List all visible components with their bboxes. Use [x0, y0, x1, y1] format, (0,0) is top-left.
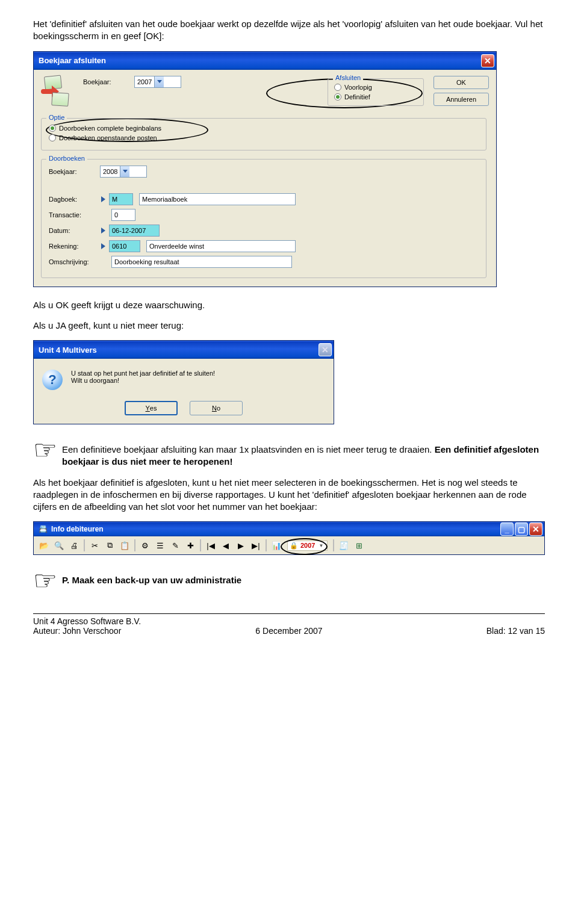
toolbar-binoculars-icon[interactable]: 🔍	[52, 539, 66, 552]
footer-author: Auteur: John Verschoor	[33, 626, 202, 636]
yes-button[interactable]: Yes	[125, 401, 178, 415]
label-datum: Datum:	[49, 227, 100, 234]
radio-voorlopig[interactable]: Voorlopig	[334, 84, 417, 91]
group-optie-legend: Optie	[46, 114, 67, 121]
close-icon[interactable]: ✕	[529, 522, 542, 536]
paragraph-rode-cijfers: Als het boekjaar definitief is afgeslote…	[33, 477, 545, 513]
radio-icon	[49, 134, 56, 141]
dialog-title: Boekjaar afsluiten	[39, 56, 106, 65]
toolbar-open-icon[interactable]: 📂	[37, 539, 51, 552]
pointing-hand-icon: ☞	[33, 567, 57, 594]
footer-rule	[33, 613, 545, 614]
radio-definitief[interactable]: Definitief	[334, 93, 417, 101]
toolbar-tool1-icon[interactable]: ⚙	[138, 539, 152, 552]
dialog-confirm: Unit 4 Multivers ✕ ? U staat op het punt…	[33, 340, 334, 424]
select-boekjaar-door[interactable]: 2008	[100, 166, 147, 178]
footer-date: 6 December 2007	[205, 626, 374, 636]
maximize-icon[interactable]: ▢	[515, 522, 528, 536]
triangle-right-icon[interactable]	[101, 228, 105, 234]
toolbar-tool3-icon[interactable]: ✎	[169, 539, 182, 552]
toolbar-print-icon[interactable]: 🖨	[67, 539, 81, 552]
input-rekening[interactable]: 0610	[109, 240, 140, 252]
paragraph-ja-terug: Als u JA geeft, kunt u niet meer terug:	[33, 320, 545, 332]
toolbar-copy-icon[interactable]: ⧉	[103, 539, 116, 552]
radio-voorlopig-label: Voorlopig	[344, 84, 372, 91]
toolbar-prev-icon[interactable]: ◀	[219, 539, 232, 552]
label-boekjaar2: Boekjaar:	[49, 168, 100, 175]
input-dagboek[interactable]: M	[109, 193, 133, 205]
close-icon[interactable]: ✕	[481, 54, 494, 67]
label-boekjaar: Boekjaar:	[83, 78, 134, 85]
yes-rest: es	[150, 405, 157, 412]
toolbar-next-icon[interactable]: ▶	[234, 539, 247, 552]
no-rest: o	[217, 405, 220, 412]
group-doorboeken-legend: Doorboeken	[46, 155, 87, 162]
toolbar-chart-icon[interactable]: 📊	[270, 539, 283, 552]
radio-doorboeken-openstaande[interactable]: Doorboeken openstaande posten	[49, 134, 479, 141]
paragraph-ok-waarschuwing: Als u OK geeft krijgt u deze waarschuwin…	[33, 299, 545, 311]
dialog-boekjaar-afsluiten: Boekjaar afsluiten ✕ Boekjaar: 2007	[33, 51, 497, 287]
msgbox-line2: Wilt u doorgaan!	[71, 377, 215, 384]
input-datum[interactable]: 06-12-2007	[109, 225, 160, 237]
triangle-right-icon[interactable]	[101, 196, 105, 202]
yes-underline: Y	[146, 405, 150, 412]
input-transactie[interactable]: 0	[111, 209, 135, 221]
input-rekening-desc: Onverdeelde winst	[146, 240, 296, 252]
select-boekjaar-door-value: 2008	[103, 168, 117, 175]
radio-icon	[49, 125, 56, 132]
footer-company: Unit 4 Agresso Software B.V.	[33, 616, 202, 626]
msgbox-titlebar: Unit 4 Multivers ✕	[34, 341, 334, 359]
footer-page: Blad: 12 van 15	[376, 626, 545, 636]
toolwin-title: Info debiteuren	[51, 525, 104, 533]
page-footer: Unit 4 Agresso Software B.V. Auteur: Joh…	[33, 616, 545, 636]
toolbar-cut-icon[interactable]: ✂	[88, 539, 101, 552]
close-icon[interactable]: ✕	[319, 343, 332, 356]
note-warning: Een definitieve boekjaar afsluiting kan …	[62, 444, 545, 468]
annuleren-button[interactable]: Annuleren	[434, 93, 489, 106]
locked-year-indicator[interactable]: 🔒 2007 ▼	[287, 541, 328, 551]
label-rekening: Rekening:	[49, 243, 100, 250]
select-boekjaar[interactable]: 2007	[134, 76, 181, 88]
question-icon: ?	[42, 370, 63, 390]
label-transactie: Transactie:	[49, 211, 100, 219]
toolwin-titlebar: 📇 Info debiteuren _ ▢ ✕	[34, 522, 544, 536]
chevron-down-icon[interactable]	[154, 76, 164, 87]
msgbox-title: Unit 4 Multivers	[39, 346, 97, 355]
window-info-debiteuren: 📇 Info debiteuren _ ▢ ✕ 📂 🔍 🖨 ✂ ⧉ 📋 ⚙ ☰ …	[33, 521, 545, 555]
radio-doorboeken-complete[interactable]: Doorboeken complete beginbalans	[49, 125, 479, 132]
toolbar-export-icon[interactable]: ⊞	[352, 539, 365, 552]
select-boekjaar-value: 2007	[137, 78, 152, 85]
toolbar-receipt-icon[interactable]: 🧾	[337, 539, 350, 552]
locked-year-value: 2007	[300, 542, 315, 549]
radio-opt1-label: Doorboeken complete beginbalans	[59, 125, 161, 132]
toolbar-tool4-icon[interactable]: ✚	[184, 539, 197, 552]
no-button[interactable]: No	[190, 401, 243, 415]
no-underline: N	[212, 405, 217, 412]
radio-opt2-label: Doorboeken openstaande posten	[59, 134, 157, 141]
toolbar-first-icon[interactable]: |◀	[204, 539, 217, 552]
dialog-titlebar: Boekjaar afsluiten ✕	[34, 52, 496, 70]
radio-icon	[334, 93, 341, 101]
intro-paragraph: Het 'definitief' afsluiten van het oude …	[33, 18, 545, 43]
books-icon	[41, 76, 77, 109]
label-omschrijving: Omschrijving:	[49, 258, 100, 265]
input-dagboek-desc: Memoriaalboek	[139, 193, 296, 205]
msgbox-line1: U staat op het punt het jaar definitief …	[71, 370, 215, 377]
lock-icon: 🔒	[290, 542, 298, 550]
toolbar-tool2-icon[interactable]: ☰	[154, 539, 167, 552]
input-omschrijving[interactable]: Doorboeking resultaat	[111, 256, 292, 268]
label-dagboek: Dagboek:	[49, 196, 100, 203]
ok-button[interactable]: OK	[434, 76, 489, 89]
radio-icon	[334, 84, 341, 91]
chevron-down-icon[interactable]	[120, 166, 129, 177]
group-afsluiten-legend: Afsluiten	[333, 74, 363, 81]
note-backup: P. Maak een back-up van uw administratie	[62, 574, 545, 586]
toolbar-paste-icon[interactable]: 📋	[118, 539, 131, 552]
triangle-right-icon[interactable]	[101, 243, 105, 249]
pointing-hand-icon: ☞	[33, 436, 57, 464]
toolbar: 📂 🔍 🖨 ✂ ⧉ 📋 ⚙ ☰ ✎ ✚ |◀ ◀ ▶ ▶| 📊 🔒 2007 ▼…	[34, 536, 544, 554]
radio-definitief-label: Definitief	[344, 93, 370, 101]
minimize-icon[interactable]: _	[500, 522, 514, 536]
toolbar-last-icon[interactable]: ▶|	[249, 539, 263, 552]
